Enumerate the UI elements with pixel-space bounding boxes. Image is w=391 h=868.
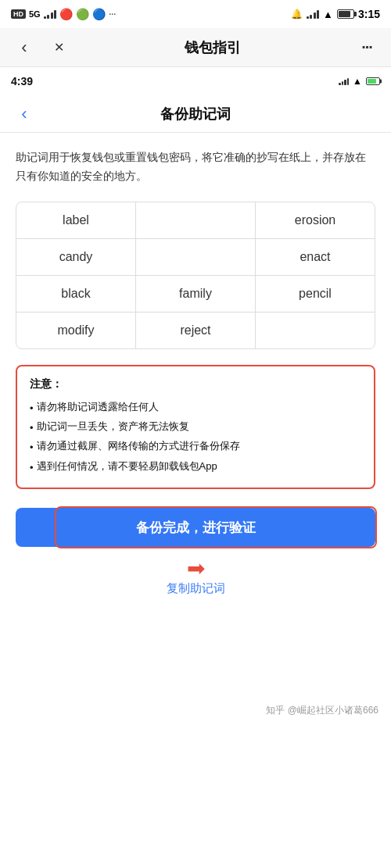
inner-battery-icon [366,77,380,85]
copy-link-wrap: 复制助记词 [0,581,391,596]
inner-wifi-icon: ▲ [353,76,362,87]
mnemonic-cell-empty-3 [256,313,375,348]
action-button-wrap: 备份完成，进行验证 [0,508,391,547]
os-status-bar: HD 5G 🔴 🟢 🔵 ··· 🔔 ▲ 3:15 [0,0,391,28]
inner-nav-bar: ‹ 备份助记词 [0,95,391,133]
mnemonic-cell-family: family [136,276,256,312]
warning-item-3: • 请勿通过截屏、网络传输的方式进行备份保存 [30,437,361,456]
hd-badge: HD [11,9,26,19]
copy-mnemonic-link[interactable]: 复制助记词 [167,581,225,595]
app-nav-title: 钱包指引 [70,38,355,57]
backup-verify-button[interactable]: 备份完成，进行验证 [16,508,375,547]
signal-bars [44,9,57,19]
mnemonic-cell-empty-2 [136,239,256,275]
battery-icon [337,9,354,19]
mnemonic-row-4: modify reject [16,313,375,348]
mnemonic-row-2: candy enact [16,239,375,276]
more-apps: ··· [109,9,116,19]
mnemonic-cell-reject: reject [136,313,256,348]
time-display: 3:15 [358,8,380,20]
weibo-icon: 🔴 [59,8,73,20]
inner-time: 4:39 [11,75,339,88]
mnemonic-cell-enact: enact [256,239,375,275]
watermark: 知乎 @崛起社区小诸葛666 [0,698,391,723]
battery-fill [339,11,350,17]
warning-item-1: • 请勿将助记词透露给任何人 [30,398,361,417]
warning-bullet-2: • [30,419,34,437]
bottom-area [0,620,391,698]
warning-item-4: • 遇到任何情况，请不要轻易卸载钱包App [30,457,361,477]
qq-icon: 🔵 [92,8,106,20]
app-nav-bar: ‹ ✕ 钱包指引 ··· [0,28,391,67]
content-area: 助记词用于恢复钱包或重置钱包密码，将它准确的抄写在纸上，并存放在只有你知道的安全… [0,133,391,489]
os-signal-bars [307,9,320,19]
mnemonic-cell-erosion: erosion [256,202,375,238]
mnemonic-cell-modify: modify [16,313,136,348]
nav-left-buttons: ‹ ✕ [13,36,70,59]
arrow-wrap: ➡ [0,558,391,580]
warning-box: 注意： • 请勿将助记词透露给任何人 • 助记词一旦丢失，资产将无法恢复 • 请… [16,365,375,490]
wifi-icon: ▲ [323,9,333,20]
warning-item-2: • 助记词一旦丢失，资产将无法恢复 [30,417,361,437]
warning-bullet-4: • [30,459,34,477]
mnemonic-row-3: black family pencil [16,276,375,313]
description-text: 助记词用于恢复钱包或重置钱包密码，将它准确的抄写在纸上，并存放在只有你知道的安全… [16,148,375,186]
mnemonic-grid: label erosion candy enact black family p… [16,202,375,349]
mnemonic-cell-candy: candy [16,239,136,275]
backup-verify-label: 备份完成，进行验证 [136,519,256,537]
inner-status-icons: ▲ [339,76,380,87]
mnemonic-cell-black: black [16,276,136,312]
os-status-right: 🔔 ▲ 3:15 [291,8,380,20]
inner-page: 4:39 ▲ ‹ 备份助记词 助记词用于恢复钱包或重置钱包密码，将它准确的抄写在… [0,67,391,723]
mnemonic-cell-label: label [16,202,136,238]
red-arrow-icon: ➡ [187,558,205,580]
inner-status-bar: 4:39 ▲ [0,67,391,95]
wechat-icon: 🟢 [76,8,89,20]
warning-bullet-1: • [30,399,34,417]
inner-battery-fill [368,79,376,84]
inner-nav-title: 备份助记词 [36,105,355,123]
mnemonic-row-1: label erosion [16,202,375,239]
mute-icon: 🔔 [291,9,303,20]
back-button[interactable]: ‹ [13,36,36,59]
mnemonic-cell-empty-1 [136,202,256,238]
warning-title: 注意： [30,377,361,391]
warning-bullet-3: • [30,438,34,456]
close-button[interactable]: ✕ [47,36,70,59]
network-type: 5G [29,9,41,19]
os-status-left: HD 5G 🔴 🟢 🔵 ··· [11,8,116,20]
mnemonic-cell-pencil: pencil [256,276,375,312]
more-button[interactable]: ··· [355,36,378,59]
inner-back-button[interactable]: ‹ [13,102,36,126]
inner-signal-icon [339,77,349,85]
